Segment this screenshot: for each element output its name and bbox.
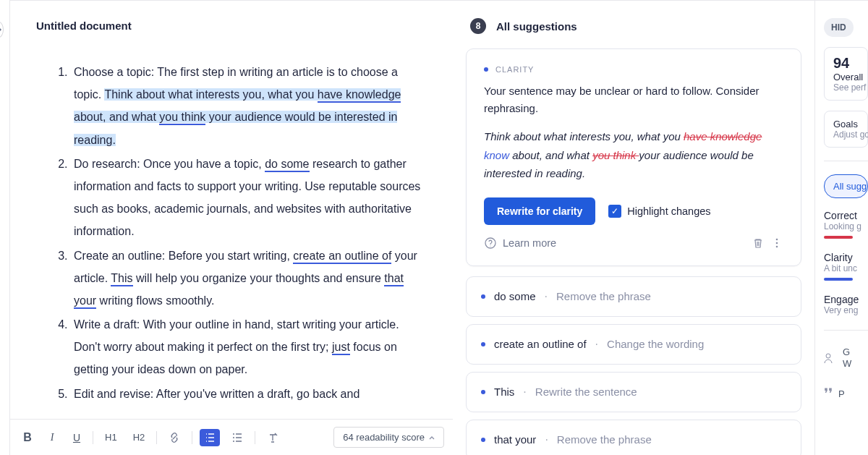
separator xyxy=(93,431,93,444)
quote-icon: ❜❜ xyxy=(824,385,833,402)
h1-button[interactable]: H1 xyxy=(101,429,122,446)
clear-format-icon xyxy=(267,432,278,443)
hide-assistant-button[interactable]: HID xyxy=(824,18,854,37)
correctness-category[interactable]: Correct Looking g xyxy=(824,208,868,240)
ordered-list-button[interactable] xyxy=(200,429,220,446)
svg-point-8 xyxy=(826,354,830,358)
suggestion-mini-card[interactable]: This · Rewrite the sentence xyxy=(466,372,801,412)
separator xyxy=(255,431,255,444)
link-button[interactable] xyxy=(164,429,184,446)
checkbox-checked-icon: ✓ xyxy=(608,205,621,218)
list-item[interactable]: Do research: Once you have a topic, do s… xyxy=(71,153,427,243)
suggestion-count-badge: 8 xyxy=(470,18,486,34)
right-rail: HID 94 Overall See perf Goals Adjust go … xyxy=(814,0,868,455)
bullet-list-button[interactable] xyxy=(227,429,247,446)
dot-icon xyxy=(481,438,485,442)
bullet-list-icon xyxy=(231,432,243,443)
all-suggestions-pill[interactable]: All sugg xyxy=(824,174,868,198)
separator xyxy=(824,161,868,161)
learn-more-link[interactable]: Learn more xyxy=(484,237,746,250)
goals-card[interactable]: Goals Adjust go xyxy=(824,111,868,148)
suggestion-mini-card[interactable]: create an outline of · Change the wordin… xyxy=(466,324,801,365)
svg-point-6 xyxy=(776,242,778,244)
link-icon xyxy=(169,432,180,443)
more-icon[interactable] xyxy=(770,237,783,250)
italic-button[interactable]: I xyxy=(43,429,61,446)
correctness-bar xyxy=(824,236,853,239)
svg-point-1 xyxy=(233,437,234,438)
collapse-sidebar-button[interactable] xyxy=(0,22,4,38)
left-rail xyxy=(0,0,10,455)
svg-point-4 xyxy=(490,245,490,246)
h2-button[interactable]: H2 xyxy=(129,429,150,446)
svg-point-7 xyxy=(776,245,778,247)
ordered-list-icon xyxy=(204,432,216,443)
suggestion-mini-card[interactable]: that your · Remove the phrase xyxy=(466,420,801,456)
readability-score[interactable]: 64 readability score xyxy=(333,427,444,448)
dot-icon xyxy=(481,294,485,299)
editor-pane: Untitled document Choose a topic: The fi… xyxy=(10,0,453,455)
clarity-suggestion-card[interactable]: CLARITY Your sentence may be unclear or … xyxy=(466,48,801,266)
trash-icon[interactable] xyxy=(752,237,765,250)
suggestions-pane: 8 All suggestions CLARITY Your sentence … xyxy=(453,0,814,455)
card-description: Your sentence may be unclear or hard to … xyxy=(484,82,783,117)
document-title[interactable]: Untitled document xyxy=(10,1,453,32)
separator xyxy=(192,431,192,444)
card-tag: CLARITY xyxy=(484,65,783,74)
document-content[interactable]: Choose a topic: The first step in writin… xyxy=(10,32,453,419)
card-footer: Learn more xyxy=(484,237,783,250)
svg-point-2 xyxy=(233,441,234,442)
card-example: Think about what interests you, what you… xyxy=(484,127,783,183)
highlight-changes-checkbox[interactable]: ✓ Highlight changes xyxy=(608,205,710,218)
overall-score-card[interactable]: 94 Overall See perf xyxy=(824,47,868,101)
list-item[interactable]: Choose a topic: The first step in writin… xyxy=(71,61,427,151)
highlighted-text: Think about what interests you, what you… xyxy=(74,88,401,145)
clear-formatting-button[interactable] xyxy=(263,429,283,446)
app-root: Untitled document Choose a topic: The fi… xyxy=(0,0,868,455)
suggestions-title: All suggestions xyxy=(496,20,577,33)
separator xyxy=(824,330,868,331)
dot-icon xyxy=(481,342,485,346)
person-icon xyxy=(824,352,837,365)
bold-button[interactable]: B xyxy=(19,428,36,447)
list-item[interactable]: Create an outline: Before you start writ… xyxy=(71,244,427,312)
feature-row[interactable]: ❜❜ P xyxy=(824,382,868,405)
dot-icon xyxy=(481,390,485,394)
clarity-bar xyxy=(824,278,853,281)
engagement-category[interactable]: Engage Very eng xyxy=(824,292,868,317)
feature-row[interactable]: G W xyxy=(824,344,868,372)
chevron-right-icon xyxy=(0,26,3,33)
svg-point-0 xyxy=(233,433,234,435)
question-icon xyxy=(484,237,497,250)
clarity-category[interactable]: Clarity A bit unc xyxy=(824,250,868,282)
clarity-dot-icon xyxy=(484,67,488,72)
list-item[interactable]: Edit and revise: After you've written a … xyxy=(71,383,427,405)
svg-point-5 xyxy=(776,238,778,240)
underline-button[interactable]: U xyxy=(68,429,85,446)
card-actions: Rewrite for clarity ✓ Highlight changes xyxy=(484,197,783,225)
rewrite-button[interactable]: Rewrite for clarity xyxy=(484,197,595,225)
suggestion-mini-card[interactable]: do some · Remove the phrase xyxy=(466,276,801,317)
chevron-up-icon xyxy=(429,435,435,441)
suggestions-header: 8 All suggestions xyxy=(466,18,801,34)
formatting-toolbar: B I U H1 H2 64 readability score xyxy=(10,419,453,455)
separator xyxy=(156,431,157,444)
list-item[interactable]: Write a draft: With your outline in hand… xyxy=(71,313,427,381)
